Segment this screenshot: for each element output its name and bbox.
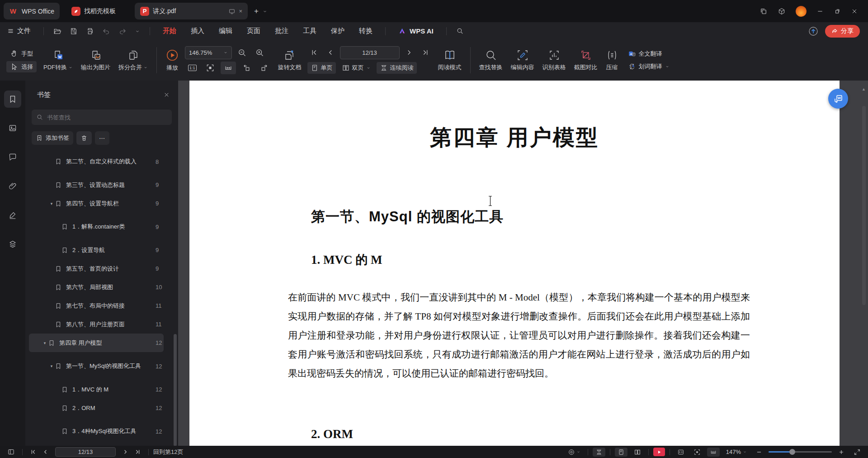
detect-table-button[interactable]: 识别表格: [538, 49, 570, 72]
bookmark-item[interactable]: 第五节、首页的设计9: [29, 259, 164, 278]
minimize-icon[interactable]: [816, 8, 824, 15]
search-icon[interactable]: [452, 27, 468, 35]
monitor-icon[interactable]: [228, 8, 236, 15]
first-page-icon[interactable]: [307, 48, 321, 57]
last-page-icon[interactable]: [419, 48, 432, 57]
fit-page-button[interactable]: [691, 448, 703, 457]
tab-docer[interactable]: 找稻壳模板: [66, 3, 121, 19]
save-icon[interactable]: [66, 27, 82, 35]
share-button[interactable]: 分享: [825, 25, 860, 38]
file-menu[interactable]: 文件: [0, 22, 38, 40]
view-options-button[interactable]: [565, 448, 583, 457]
double-page-button[interactable]: 双页: [339, 62, 374, 74]
bookmark-item[interactable]: 第六节、局部视图10: [29, 278, 164, 296]
tab-wps-office[interactable]: W WPS Office: [4, 3, 60, 19]
bookmark-item[interactable]: 2．ORM12: [29, 399, 164, 417]
status-page-indicator[interactable]: 12/13: [55, 447, 116, 457]
fullscreen-button[interactable]: [851, 448, 863, 457]
first-page-icon[interactable]: [27, 448, 39, 456]
rotate-left-button[interactable]: [239, 62, 254, 74]
bookmark-item[interactable]: ▾第一节、MySql的视图化工具12: [29, 352, 164, 380]
undo-icon[interactable]: [98, 27, 114, 35]
layers-panel-button[interactable]: [4, 235, 21, 253]
next-page-icon[interactable]: [402, 48, 416, 57]
menu-tab-edit[interactable]: 编辑: [212, 22, 240, 40]
pdf-to-word-float-button[interactable]: [828, 89, 848, 109]
expand-arrow-icon[interactable]: ▾: [42, 341, 48, 345]
comments-panel-button[interactable]: [4, 148, 21, 166]
fit-width-button[interactable]: [221, 62, 236, 74]
bookmark-item[interactable]: ▾第四节、设置导航栏9: [29, 194, 164, 213]
history-chevron-icon[interactable]: [131, 29, 144, 34]
scroll-up-arrow-icon[interactable]: ▲: [862, 87, 866, 91]
screenshot-compare-button[interactable]: 截图对比: [570, 49, 602, 72]
close-tab-icon[interactable]: ×: [239, 8, 243, 14]
expand-arrow-icon[interactable]: ▾: [48, 201, 55, 206]
menu-tab-annotate[interactable]: 批注: [268, 22, 296, 40]
zoom-out-button[interactable]: [753, 448, 765, 456]
select-tool-button[interactable]: 选择: [6, 61, 37, 72]
full-translate-button[interactable]: A 全文翻译: [624, 48, 673, 59]
pdf-page[interactable]: 第四章 用户模型 第一节、MySql 的视图化工具 1. MVC 的 M 在前面…: [189, 81, 840, 446]
page-indicator-box[interactable]: 12/13: [340, 46, 400, 59]
workspace-cube-icon[interactable]: [778, 7, 786, 15]
bookmark-item[interactable]: 2．设置导航9: [29, 241, 164, 259]
toggle-sidebar-icon[interactable]: [5, 447, 18, 457]
restore-window-icon[interactable]: [834, 8, 841, 15]
menu-tab-insert[interactable]: 插入: [184, 22, 212, 40]
wps-ai-menu[interactable]: WPS AI: [391, 22, 441, 40]
zoom-level-dropdown[interactable]: 146.75%: [185, 46, 232, 59]
bookmark-search-input[interactable]: [47, 114, 151, 121]
single-page-button[interactable]: [615, 448, 627, 457]
zoom-in-button[interactable]: [835, 448, 847, 456]
last-page-icon[interactable]: [132, 448, 144, 456]
rotate-document-button[interactable]: 旋转文档: [274, 49, 306, 72]
add-bookmark-button[interactable]: 添加书签: [32, 131, 73, 145]
user-avatar[interactable]: [796, 6, 807, 17]
attachments-panel-button[interactable]: [4, 177, 21, 195]
zoom-slider-knob[interactable]: [789, 449, 795, 455]
play-button[interactable]: 播放: [161, 48, 183, 72]
single-page-button[interactable]: 单页: [307, 62, 336, 74]
bookmark-item[interactable]: 第二节、自定义样式的载入8: [29, 155, 164, 176]
edit-content-button[interactable]: 编辑内容: [507, 49, 538, 72]
export-image-button[interactable]: 输出为图片: [77, 49, 114, 72]
close-panel-icon[interactable]: [163, 91, 170, 98]
bookmark-item[interactable]: 1．MVC 的 M12: [29, 380, 164, 399]
thumbnails-panel-button[interactable]: [4, 119, 21, 137]
back-to-page-link[interactable]: 回到第12页: [153, 448, 183, 456]
new-tab-button[interactable]: +: [254, 7, 259, 16]
menu-tab-convert[interactable]: 转换: [352, 22, 380, 40]
bookmarks-panel-button[interactable]: [4, 91, 21, 108]
signature-panel-button[interactable]: [4, 206, 21, 224]
tab-list-icon[interactable]: [760, 7, 768, 15]
bookmark-item[interactable]: 3．4种MySql视图化工具12: [29, 417, 164, 445]
menu-tab-home[interactable]: 开始: [156, 22, 184, 40]
bookmark-item[interactable]: 第三节、设置动态标题9: [29, 176, 164, 194]
redo-icon[interactable]: [114, 27, 131, 35]
tabs-chevron-down-icon[interactable]: [262, 9, 268, 14]
actual-size-button[interactable]: 1:1: [185, 63, 200, 73]
open-folder-icon[interactable]: [49, 27, 66, 35]
print-icon[interactable]: [82, 27, 98, 35]
scrollbar-thumb[interactable]: [862, 106, 866, 305]
tab-document-active[interactable]: P 讲义.pdf ×: [135, 3, 248, 19]
compress-button[interactable]: 压缩: [602, 49, 623, 72]
zoom-slider[interactable]: [769, 451, 832, 453]
menu-tab-tools[interactable]: 工具: [296, 22, 324, 40]
delete-bookmark-button[interactable]: [76, 131, 92, 145]
bookmark-item[interactable]: ▾第四章 用户模型12: [29, 334, 164, 352]
cloud-upload-icon[interactable]: [808, 26, 819, 37]
zoom-in-icon[interactable]: [252, 47, 267, 58]
pdf-convert-button[interactable]: PDF转换: [39, 49, 77, 72]
bookmark-search-box[interactable]: [32, 110, 172, 125]
continuous-read-button[interactable]: [593, 448, 605, 457]
hand-tool-button[interactable]: 手型: [6, 48, 37, 59]
menu-tab-protect[interactable]: 保护: [324, 22, 352, 40]
close-window-icon[interactable]: [851, 8, 858, 15]
bookmark-item[interactable]: 第八节、用户注册页面11: [29, 315, 164, 334]
fit-page-button[interactable]: [203, 62, 218, 74]
word-translate-button[interactable]: A文 划词翻译: [624, 61, 673, 72]
read-mode-button[interactable]: 阅读模式: [434, 49, 466, 72]
expand-arrow-icon[interactable]: ▾: [48, 364, 55, 368]
